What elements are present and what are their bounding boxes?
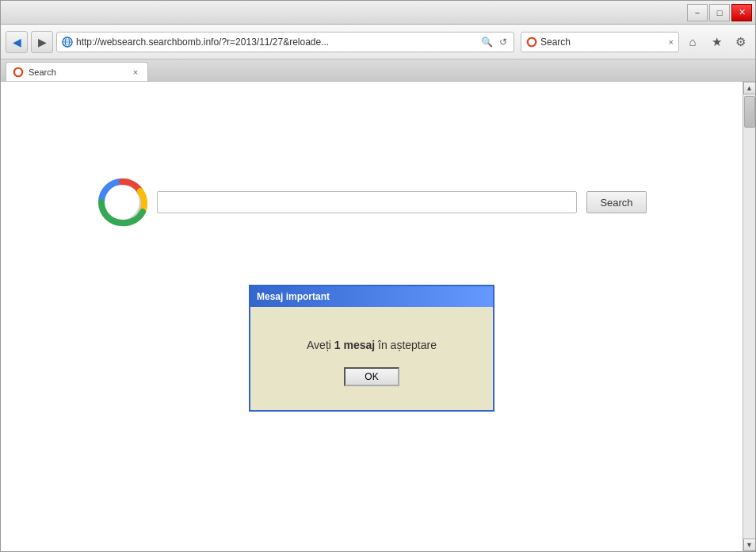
tab-close-button[interactable]: ×	[130, 67, 141, 78]
active-tab[interactable]: Search ×	[6, 62, 148, 81]
dialog-ok-button[interactable]: OK	[344, 367, 399, 386]
dialog-message-bold: 1 mesaj	[334, 339, 375, 351]
nav-bar: ◀ ▶ http://websearch.searchbomb.info/?r=…	[1, 25, 755, 59]
address-bar[interactable]: http://websearch.searchbomb.info/?r=2013…	[56, 32, 514, 52]
search-address-icon[interactable]: 🔍	[479, 36, 494, 48]
dialog-message: Aveți 1 mesaj în așteptare	[307, 339, 437, 351]
tab-search-favicon	[526, 36, 537, 48]
scroll-down-arrow[interactable]: ▼	[743, 539, 756, 551]
scroll-track[interactable]	[743, 94, 755, 539]
maximize-button[interactable]: □	[709, 4, 730, 21]
address-text: http://websearch.searchbomb.info/?r=2013…	[76, 36, 476, 48]
dialog: Mesaj important Aveți 1 mesaj în aștepta…	[249, 285, 494, 412]
browser-body: Search Mesaj important Aveți 1 mesaj în …	[1, 82, 755, 551]
scroll-up-arrow[interactable]: ▲	[743, 82, 756, 94]
favorites-button[interactable]: ★	[706, 32, 727, 52]
address-favicon	[62, 36, 73, 48]
nav-right-buttons: ⌂ ★ ⚙	[682, 32, 750, 52]
tab-title: Search	[29, 67, 56, 77]
dialog-message-part2: în așteptare	[375, 339, 437, 351]
title-bar-buttons: − □ ✕	[687, 4, 752, 21]
dialog-title: Mesaj important	[257, 291, 330, 302]
minimize-button[interactable]: −	[687, 4, 708, 21]
tab-search-bar[interactable]: Search ×	[521, 32, 679, 52]
close-button[interactable]: ✕	[731, 4, 752, 21]
tab-search-text: Search	[540, 36, 666, 48]
dialog-message-part1: Aveți	[307, 339, 334, 351]
title-bar: − □ ✕	[1, 1, 755, 25]
back-button[interactable]: ◀	[6, 31, 28, 53]
scrollbar: ▲ ▼	[743, 82, 755, 551]
scroll-thumb[interactable]	[744, 96, 755, 128]
svg-point-6	[14, 67, 23, 76]
home-button[interactable]: ⌂	[682, 32, 703, 52]
tab-favicon	[13, 67, 24, 78]
tab-bar: Search ×	[1, 59, 755, 82]
dialog-overlay: Mesaj important Aveți 1 mesaj în aștepta…	[1, 82, 743, 551]
dialog-title-bar: Mesaj important	[250, 286, 493, 307]
tab-search-close[interactable]: ×	[669, 37, 674, 47]
settings-button[interactable]: ⚙	[730, 32, 750, 52]
refresh-button[interactable]: ↺	[498, 36, 509, 48]
forward-button[interactable]: ▶	[31, 31, 53, 53]
svg-point-5	[528, 37, 536, 46]
dialog-body: Aveți 1 mesaj în așteptare OK	[250, 307, 493, 410]
browser-window: − □ ✕ ◀ ▶ http://websearch.searchbomb.in…	[0, 0, 756, 552]
page-content: Search Mesaj important Aveți 1 mesaj în …	[1, 82, 743, 551]
